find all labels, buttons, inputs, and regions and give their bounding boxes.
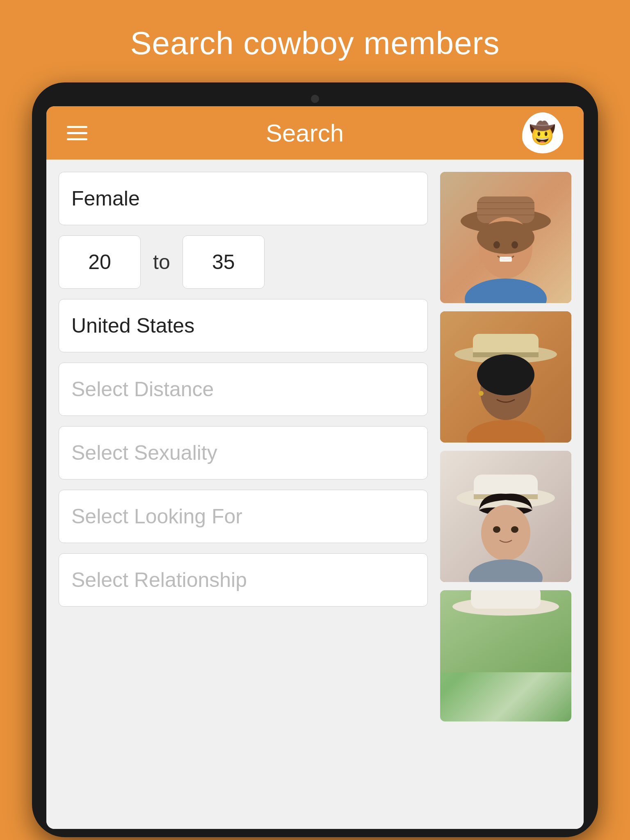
app-title: Search [266, 119, 344, 147]
looking-for-field[interactable]: Select Looking For [59, 490, 428, 543]
tablet-screen: Search 🤠 Female 20 to [46, 106, 584, 829]
svg-point-21 [479, 391, 484, 396]
member-photo-1[interactable] [440, 172, 571, 303]
search-form: Female 20 to 35 United States [59, 172, 428, 817]
svg-point-9 [511, 241, 518, 249]
cowboy-icon: 🤠 [529, 121, 556, 146]
distance-field[interactable]: Select Distance [59, 363, 428, 416]
age-from-field[interactable]: 20 [59, 235, 141, 289]
svg-point-18 [477, 354, 534, 395]
age-separator: to [149, 250, 174, 274]
member-photo-4[interactable] [440, 590, 571, 721]
camera [311, 95, 319, 103]
page-title: Search cowboy members [114, 0, 516, 82]
svg-point-19 [493, 385, 500, 392]
hamburger-menu[interactable] [67, 126, 87, 140]
relationship-field[interactable]: Select Relationship [59, 553, 428, 607]
sexuality-field[interactable]: Select Sexuality [59, 426, 428, 479]
member-photos [440, 172, 571, 817]
tablet-frame: Search 🤠 Female 20 to [32, 82, 598, 837]
member-photo-3[interactable] [440, 451, 571, 582]
app-header: Search 🤠 [46, 106, 584, 160]
gender-field[interactable]: Female [59, 172, 428, 225]
svg-rect-10 [500, 257, 512, 262]
age-range-row: 20 to 35 [59, 235, 428, 289]
svg-rect-33 [471, 590, 541, 609]
country-field[interactable]: United States [59, 299, 428, 352]
svg-point-29 [511, 526, 518, 533]
svg-point-8 [493, 241, 500, 249]
svg-point-27 [481, 505, 530, 561]
svg-point-7 [477, 221, 534, 254]
svg-point-28 [493, 526, 500, 533]
member-photo-2[interactable] [440, 311, 571, 443]
app-content: Female 20 to 35 United States [46, 160, 584, 829]
app-logo[interactable]: 🤠 [522, 112, 563, 153]
age-to-field[interactable]: 35 [183, 235, 265, 289]
svg-point-20 [511, 385, 518, 392]
